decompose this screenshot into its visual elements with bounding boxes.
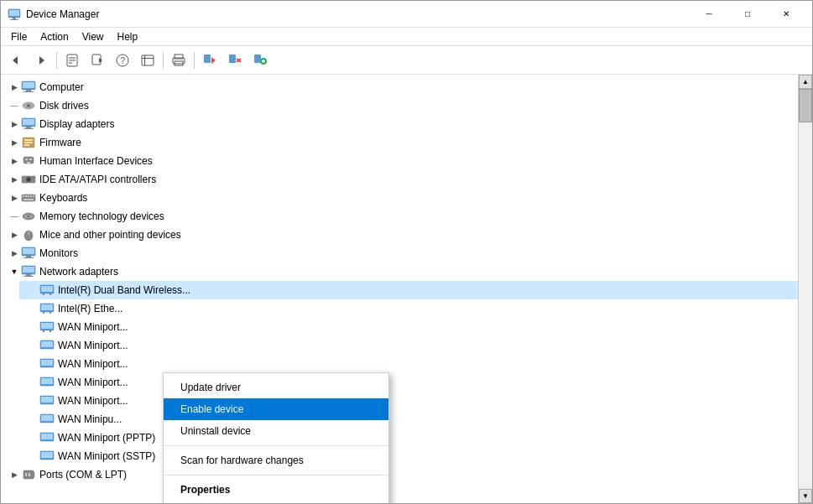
- expand-hid[interactable]: ▶: [8, 154, 21, 168]
- tree-item-computer[interactable]: ▶ Computer: [1, 78, 798, 96]
- expand-network[interactable]: ▼: [8, 265, 21, 278]
- svg-rect-55: [33, 195, 34, 197]
- device-tree[interactable]: ▶ Computer —: [1, 75, 798, 503]
- tree-item-wan-pptp[interactable]: WAN Miniport (PPTP): [19, 429, 798, 447]
- ctx-uninstall-device[interactable]: Uninstall device: [164, 420, 388, 442]
- tree-label-wan5: WAN Miniport...: [58, 395, 128, 407]
- monitors-icon: [21, 247, 36, 260]
- scroll-down-button[interactable]: ▼: [799, 489, 812, 503]
- tree-item-intel-dual[interactable]: Intel(R) Dual Band Wireless...: [19, 281, 798, 299]
- tree-item-network[interactable]: ▼ Network adapters: [1, 262, 798, 281]
- tree-label-firmware: Firmware: [39, 137, 81, 148]
- svg-rect-20: [204, 55, 211, 63]
- svg-rect-36: [23, 119, 34, 125]
- hid-icon: [21, 154, 36, 168]
- back-button[interactable]: [4, 49, 28, 71]
- svg-rect-98: [29, 473, 30, 476]
- vertical-scrollbar[interactable]: ▲ ▼: [798, 75, 812, 503]
- svg-rect-56: [23, 199, 34, 200]
- tree-item-wan5[interactable]: WAN Miniport...: [19, 392, 798, 410]
- expand-memory[interactable]: —: [8, 210, 21, 223]
- properties-button[interactable]: [60, 49, 84, 71]
- svg-rect-68: [26, 274, 31, 276]
- tree-item-mice[interactable]: ▶ Mice and other pointing devices: [1, 226, 798, 244]
- tree-item-wan3[interactable]: WAN Miniport...: [19, 355, 798, 373]
- view-button[interactable]: [136, 49, 159, 71]
- menu-file[interactable]: File: [4, 29, 34, 44]
- svg-rect-45: [29, 158, 32, 160]
- expand-firmware[interactable]: ▶: [8, 136, 21, 149]
- tree-item-monitors[interactable]: ▶ Monitors: [1, 244, 798, 262]
- tree-item-firmware[interactable]: ▶ Firmware: [1, 133, 798, 152]
- keyboards-icon: [21, 191, 36, 205]
- update-driver-button[interactable]: [86, 49, 109, 71]
- tree-item-wan1[interactable]: WAN Miniport...: [19, 318, 798, 336]
- ctx-sep-1: [164, 445, 388, 446]
- menu-view[interactable]: View: [76, 29, 111, 44]
- netcard-icon-wan3: [39, 357, 55, 371]
- tree-label-ports: Ports (COM & LPT): [39, 469, 127, 481]
- tree-item-intel-eth[interactable]: Intel(R) Ethe...: [19, 299, 798, 318]
- forward-button[interactable]: [29, 49, 53, 71]
- tree-item-wan6[interactable]: WAN Minipu...: [19, 410, 798, 429]
- tree-label-intel-eth: Intel(R) Ethe...: [58, 303, 122, 314]
- expand-ports[interactable]: ▶: [8, 468, 21, 481]
- menu-bar: File Action View Help: [1, 28, 812, 46]
- svg-marker-4: [13, 56, 18, 65]
- netcard-icon-wan4: [39, 376, 55, 389]
- svg-rect-76: [43, 312, 44, 314]
- disk-icon: [21, 99, 36, 112]
- expand-intel-dual: [26, 283, 39, 297]
- svg-rect-69: [23, 276, 34, 277]
- tree-label-hid: Human Interface Devices: [39, 155, 153, 167]
- expand-ide[interactable]: ▶: [8, 173, 21, 186]
- minimize-button[interactable]: ─: [690, 1, 728, 28]
- tree-item-wan4[interactable]: WAN Miniport...: [19, 373, 798, 392]
- tree-label-display: Display adapters: [39, 118, 114, 130]
- svg-rect-63: [23, 248, 34, 254]
- svg-text:?: ?: [121, 56, 126, 65]
- remove-button[interactable]: [223, 49, 247, 71]
- tree-item-ide[interactable]: ▶ IDE ATA/ATAPI controllers: [1, 170, 798, 189]
- menu-action[interactable]: Action: [34, 29, 75, 44]
- svg-rect-3: [9, 10, 19, 16]
- locate-button[interactable]: [198, 49, 221, 71]
- scroll-up-button[interactable]: ▲: [799, 75, 812, 89]
- expand-display[interactable]: ▶: [8, 117, 21, 131]
- expand-computer[interactable]: ▶: [8, 81, 21, 94]
- tree-item-ports[interactable]: ▶ Ports (COM & LPT): [1, 465, 798, 484]
- tree-item-disk[interactable]: — Disk drives: [1, 96, 798, 115]
- svg-point-49: [28, 179, 30, 181]
- expand-keyboards[interactable]: ▶: [8, 191, 21, 205]
- toolbar-sep-3: [194, 52, 195, 69]
- expand-mice[interactable]: ▶: [8, 228, 21, 242]
- maximize-button[interactable]: □: [728, 1, 767, 28]
- svg-rect-31: [26, 90, 31, 91]
- tree-item-display[interactable]: ▶ Display adapters: [1, 115, 798, 133]
- close-button[interactable]: ✕: [767, 1, 805, 28]
- network-icon: [21, 265, 36, 278]
- ctx-scan-hardware[interactable]: Scan for hardware changes: [164, 449, 388, 471]
- add-button[interactable]: [248, 49, 272, 71]
- svg-rect-30: [23, 82, 34, 88]
- tree-item-hid[interactable]: ▶ Human Interface Devices: [1, 152, 798, 170]
- expand-monitors[interactable]: ▶: [8, 247, 21, 260]
- expand-disk[interactable]: —: [8, 99, 21, 112]
- title-bar-left: Device Manager: [8, 8, 99, 21]
- ctx-properties[interactable]: Properties: [164, 479, 388, 501]
- scroll-track[interactable]: [799, 89, 812, 489]
- tree-item-memory[interactable]: — Memory technology devices: [1, 207, 798, 226]
- ctx-enable-device[interactable]: Enable device: [164, 398, 388, 420]
- menu-help[interactable]: Help: [111, 29, 145, 44]
- tree-item-wan-sstp[interactable]: WAN Miniport (SSTP): [19, 447, 798, 465]
- svg-rect-1: [13, 18, 16, 19]
- tree-item-keyboards[interactable]: ▶ Keyboards: [1, 189, 798, 207]
- svg-rect-22: [229, 55, 236, 63]
- ctx-update-driver[interactable]: Update driver: [164, 377, 388, 398]
- scroll-thumb[interactable]: [799, 89, 812, 122]
- svg-rect-44: [25, 158, 28, 160]
- help-button[interactable]: ?: [111, 49, 134, 71]
- tree-item-wan2[interactable]: WAN Miniport...: [19, 336, 798, 355]
- print-button[interactable]: [167, 49, 190, 71]
- netcard-icon-wan5: [39, 394, 55, 408]
